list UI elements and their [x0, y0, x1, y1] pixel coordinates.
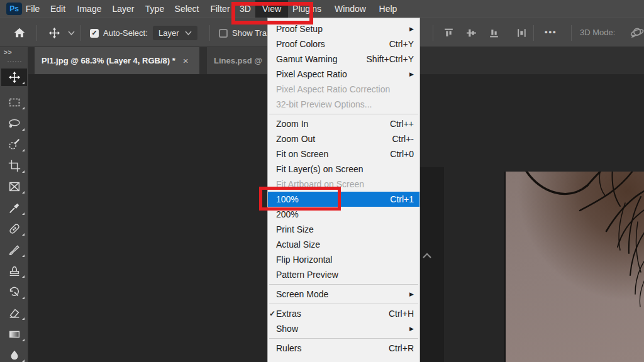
submenu-arrow-icon: ▶ — [407, 291, 414, 297]
align-top-edges-icon — [443, 27, 455, 39]
menu-type[interactable]: Type — [138, 0, 171, 18]
auto-select-target-dropdown[interactable]: Layer — [153, 26, 197, 40]
menu-item-32bit-preview-options: 32-bit Preview Options... — [268, 97, 419, 112]
more-options-button[interactable]: ••• — [545, 27, 557, 36]
crop-icon — [8, 159, 21, 173]
menu-item-fit-on-screen[interactable]: Fit on Screen Ctrl+0 — [268, 146, 419, 162]
menu-item-proof-colors[interactable]: Proof Colors Ctrl+Y — [268, 36, 419, 52]
orbit-3d-button[interactable] — [628, 25, 644, 41]
submenu-arrow-icon: ▶ — [407, 71, 414, 77]
align-top-edges-button[interactable] — [443, 27, 455, 39]
history-brush-tool[interactable] — [1, 283, 27, 301]
show-transform-checkbox[interactable]: Show Tra — [219, 28, 267, 38]
frame-tool[interactable] — [1, 178, 27, 195]
align-bottom-edges-icon — [488, 27, 500, 39]
gradient-icon — [8, 327, 21, 341]
water-drop-icon — [8, 348, 21, 362]
separator — [209, 25, 210, 41]
menu-item-actual-size[interactable]: Actual Size — [268, 237, 419, 252]
checkbox-checked-icon[interactable]: ✓ — [90, 29, 99, 38]
canvas-panel-strip — [420, 167, 444, 362]
clone-stamp-tool[interactable] — [1, 262, 27, 280]
close-icon[interactable]: × — [183, 55, 189, 66]
tab-pi1[interactable]: PI1.jpg @ 68.3% (Layer 4, RGB/8) * × — [35, 47, 199, 74]
move-tool-preset[interactable] — [48, 26, 61, 40]
menu-separator — [269, 284, 418, 285]
expand-panel-icon[interactable]: >> — [4, 49, 13, 56]
separator — [36, 25, 37, 41]
checkmark-icon: ✓ — [269, 309, 276, 318]
lasso-icon — [8, 117, 21, 131]
home-icon — [13, 26, 26, 40]
eyelashes-art — [506, 172, 644, 362]
move-tool[interactable] — [1, 69, 27, 86]
menu-item-zoom-in[interactable]: Zoom In Ctrl++ — [268, 116, 419, 131]
move-icon — [8, 70, 21, 84]
menu-separator — [269, 338, 418, 339]
menu-separator — [269, 114, 418, 114]
stamp-icon — [8, 264, 21, 278]
menu-item-print-size[interactable]: Print Size — [268, 222, 419, 237]
separator — [533, 25, 534, 41]
orbit-3d-icon — [628, 25, 644, 41]
blur-tool[interactable] — [1, 346, 27, 362]
marquee-icon — [8, 96, 21, 109]
separator — [80, 25, 81, 41]
frame-icon — [8, 180, 21, 194]
brush-icon — [8, 243, 21, 257]
chevron-down-icon — [185, 31, 192, 36]
rectangular-marquee-tool[interactable] — [1, 94, 27, 111]
layer-value: Layer — [158, 28, 179, 38]
chevron-down-icon[interactable] — [68, 31, 75, 36]
annotation-box-view-menu — [231, 2, 313, 25]
brush-tool[interactable] — [1, 241, 27, 259]
auto-select-checkbox[interactable]: ✓ Auto-Select: — [90, 28, 148, 38]
separator — [571, 25, 572, 41]
history-brush-icon — [8, 285, 21, 299]
application-menu-bar: Ps File Edit Image Layer Type Select Fil… — [0, 0, 644, 18]
menu-file[interactable]: File — [19, 0, 47, 18]
menu-edit[interactable]: Edit — [43, 0, 72, 18]
menu-item-pixel-aspect-ratio[interactable]: Pixel Aspect Ratio ▶ — [268, 67, 419, 82]
home-button[interactable] — [13, 26, 26, 40]
object-selection-tool[interactable] — [1, 136, 27, 153]
3d-mode-label: 3D Mode: — [580, 28, 615, 37]
menu-item-screen-mode[interactable]: Screen Mode ▶ — [268, 287, 419, 302]
move-icon — [48, 26, 61, 40]
menu-item-extras[interactable]: ✓ Extras Ctrl+H — [268, 306, 419, 321]
separator — [433, 25, 433, 41]
show-transform-label: Show Tra — [232, 28, 267, 38]
crop-tool[interactable] — [1, 157, 27, 175]
gradient-tool[interactable] — [1, 326, 27, 343]
checkbox-unchecked-icon[interactable] — [219, 29, 228, 38]
menu-item-show[interactable]: Show ▶ — [268, 321, 419, 336]
menu-item-gamut-warning[interactable]: Gamut Warning Shift+Ctrl+Y — [268, 52, 419, 67]
eyedropper-icon — [8, 201, 21, 215]
menu-help[interactable]: Help — [372, 0, 404, 18]
align-bottom-edges-button[interactable] — [488, 27, 500, 39]
quick-selection-icon — [8, 138, 21, 151]
distribute-horizontal-icon — [516, 27, 528, 39]
eraser-icon — [8, 306, 21, 320]
menu-item-pattern-preview[interactable]: Pattern Preview — [268, 267, 419, 282]
menu-layer[interactable]: Layer — [105, 0, 141, 18]
align-vertical-centers-button[interactable] — [465, 27, 477, 39]
menu-window[interactable]: Window — [328, 0, 373, 18]
menu-item-rulers[interactable]: Rulers Ctrl+R — [268, 341, 419, 356]
menu-select[interactable]: Select — [168, 0, 206, 18]
distribute-horizontal-button[interactable] — [516, 27, 528, 39]
annotation-box-100-percent — [259, 187, 341, 211]
more-options-icon: ••• — [545, 27, 557, 36]
menu-item-flip-horizontal[interactable]: Flip Horizontal — [268, 252, 419, 267]
auto-select-label: Auto-Select: — [103, 28, 148, 38]
menu-item-zoom-out[interactable]: Zoom Out Ctrl+- — [268, 131, 419, 146]
bandage-icon — [8, 222, 21, 236]
menu-item-fit-layers-on-screen[interactable]: Fit Layer(s) on Screen — [268, 162, 419, 177]
lasso-tool[interactable] — [1, 115, 27, 133]
chevron-up-icon[interactable] — [422, 251, 432, 262]
panel-grip[interactable] — [8, 61, 9, 62]
eraser-tool[interactable] — [1, 304, 27, 322]
eyedropper-tool[interactable] — [1, 199, 27, 217]
spot-healing-brush-tool[interactable] — [1, 220, 27, 238]
menu-image[interactable]: Image — [70, 0, 109, 18]
